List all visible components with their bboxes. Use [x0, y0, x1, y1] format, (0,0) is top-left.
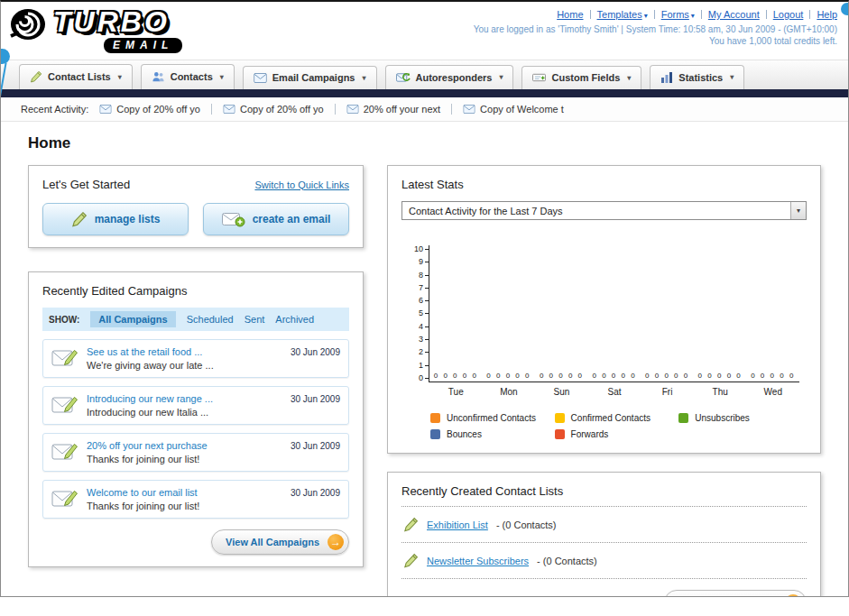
pencil-icon [403, 553, 419, 568]
chart-y-tick-label: 3 [419, 336, 429, 344]
chart-y-tick-label: 2 [419, 348, 429, 356]
main-nav-tabbar: Contact Lists ▾ Contacts ▾ Email Campaig… [1, 60, 848, 89]
recent-activity-item[interactable]: Copy of 20% off yo [99, 104, 212, 115]
activity-item-label: Copy of 20% off yo [116, 104, 200, 115]
recent-contact-lists-panel: Recently Created Contact Lists Exhibitio… [387, 472, 821, 597]
tab-label: Email Campaigns [272, 72, 355, 83]
autoresponders-icon [396, 71, 411, 83]
create-email-label: create an email [253, 213, 331, 225]
nav-home-link[interactable]: Home [557, 9, 583, 20]
filter-sent[interactable]: Sent [245, 314, 265, 325]
tab-label: Autoresponders [416, 72, 493, 83]
tab-label: Statistics [678, 72, 723, 83]
view-all-campaigns-button[interactable]: View All Campaigns → [211, 529, 349, 555]
campaign-text: Introducing our new range ... Introducin… [87, 393, 282, 418]
recent-activity-item[interactable]: Copy of 20% off yo [223, 104, 336, 115]
nav-forms-link[interactable]: Forms▾ [661, 9, 695, 20]
stats-range-select[interactable]: Contact Activity for the Last 7 Days ▾ [401, 201, 807, 220]
tab-autoresponders[interactable]: Autoresponders ▾ [385, 65, 514, 89]
chart-value-group: 0 0 0 0 0 [535, 372, 588, 380]
legend-label: Forwards [571, 429, 609, 439]
legend-item: Unconfirmed Contacts [430, 413, 555, 423]
nav-logout-link[interactable]: Logout [773, 9, 804, 20]
logo-secondary-text: EMAIL [104, 38, 182, 53]
legend-item: Bounces [430, 429, 555, 439]
tab-statistics[interactable]: Statistics ▾ [650, 65, 744, 89]
envelope-plus-icon [222, 211, 245, 227]
campaign-envelope-pencil-icon [51, 487, 78, 509]
switch-quick-links-link[interactable]: Switch to Quick Links [254, 179, 349, 190]
contact-list-name-link[interactable]: Exhibition List [427, 519, 488, 530]
arrow-right-icon: → [785, 594, 801, 597]
recent-activity-item[interactable]: Copy of Welcome t [463, 104, 575, 115]
nav-separator [809, 10, 810, 19]
app-window: TURBO EMAIL Home Templates▾ Forms▾ My Ac… [0, 0, 849, 597]
chevron-down-icon: ▾ [627, 74, 631, 82]
campaign-row: Introducing our new range ... Introducin… [42, 386, 349, 425]
chart-value-group: 0 0 0 0 0 [694, 372, 747, 380]
chart-y-tick-label: 0 [419, 374, 429, 382]
filter-archived[interactable]: Archived [275, 314, 314, 325]
chart-value-groups: 0 0 0 0 00 0 0 0 00 0 0 0 00 0 0 0 00 0 … [429, 372, 799, 380]
contacts-people-icon [152, 70, 165, 83]
show-label: SHOW: [49, 315, 79, 325]
tab-contact-lists[interactable]: Contact Lists ▾ [19, 64, 133, 89]
logo-primary-text: TURBO [53, 7, 182, 36]
envelope-icon [223, 105, 235, 114]
contact-list-count: - (0 Contacts) [496, 519, 557, 530]
legend-swatch [555, 413, 565, 423]
campaign-filterbar: SHOW: All Campaigns Scheduled Sent Archi… [42, 308, 349, 331]
nav-separator [701, 10, 702, 19]
app-logo[interactable]: TURBO EMAIL [8, 5, 182, 58]
legend-swatch [430, 429, 440, 439]
chart-plot-area: 0 0 0 0 00 0 0 0 00 0 0 0 00 0 0 0 00 0 … [429, 245, 799, 382]
tab-email-campaigns[interactable]: Email Campaigns ▾ [243, 66, 377, 89]
get-started-title: Let's Get Started [42, 178, 130, 191]
session-info: You are logged in as 'Timothy Smith' | S… [474, 24, 837, 34]
contact-lists-title: Recently Created Contact Lists [401, 484, 563, 498]
chart-x-tick-label: Thu [694, 387, 747, 397]
view-all-campaigns-label: View All Campaigns [226, 537, 319, 547]
recent-campaigns-title: Recently Edited Campaigns [42, 284, 349, 298]
campaign-date: 30 Jun 2009 [291, 346, 340, 357]
campaign-title-link[interactable]: 20% off your next purchase [87, 440, 282, 451]
tab-label: Custom Fields [551, 72, 620, 83]
nav-templates-link[interactable]: Templates▾ [597, 9, 648, 20]
custom-fields-icon [532, 72, 546, 83]
tab-label: Contacts [171, 71, 213, 82]
chart-x-labels: TueMonSunSatFriThuWed [429, 387, 799, 397]
legend-swatch [555, 429, 565, 439]
filter-scheduled[interactable]: Scheduled [187, 314, 234, 325]
snail-logo-icon [8, 5, 50, 43]
campaign-envelope-pencil-icon [51, 440, 78, 462]
campaign-title-link[interactable]: See us at the retail food ... [87, 346, 282, 357]
tab-contacts[interactable]: Contacts ▾ [141, 64, 235, 89]
nav-separator [766, 10, 767, 19]
header-nav: Home Templates▾ Forms▾ My Account Logout… [474, 9, 837, 20]
tab-label: Contact Lists [48, 71, 111, 82]
contact-list-count: - (0 Contacts) [537, 556, 597, 566]
contact-list-name-link[interactable]: Newsletter Subscribers [427, 556, 529, 566]
chevron-down-icon: ▾ [790, 202, 806, 219]
chevron-down-icon: ▾ [118, 73, 122, 81]
recent-campaigns-panel: Recently Edited Campaigns SHOW: All Camp… [28, 271, 364, 567]
legend-item: Confirmed Contacts [555, 413, 679, 423]
nav-my-account-link[interactable]: My Account [708, 9, 760, 20]
campaign-title-link[interactable]: Welcome to our email list [87, 487, 282, 498]
campaign-subtitle: Thanks for joining our list! [87, 501, 282, 511]
header-right: Home Templates▾ Forms▾ My Account Logout… [474, 5, 837, 58]
chevron-down-icon: ▾ [362, 74, 365, 82]
manage-lists-label: manage lists [95, 213, 161, 225]
create-email-button[interactable]: create an email [203, 203, 349, 235]
chevron-down-icon: ▾ [691, 12, 695, 20]
header: TURBO EMAIL Home Templates▾ Forms▾ My Ac… [1, 2, 848, 60]
chart-value-group: 0 0 0 0 0 [588, 372, 641, 380]
nav-help-link[interactable]: Help [817, 9, 837, 20]
see-all-contact-lists-button[interactable]: See All Contact Lists → [664, 590, 807, 597]
filter-all-campaigns[interactable]: All Campaigns [90, 311, 175, 327]
recent-activity-item[interactable]: 20% off your next [346, 104, 452, 115]
tab-custom-fields[interactable]: Custom Fields ▾ [521, 66, 641, 89]
manage-lists-button[interactable]: manage lists [42, 203, 189, 235]
navy-divider-bar [1, 89, 848, 97]
campaign-title-link[interactable]: Introducing our new range ... [87, 393, 282, 404]
